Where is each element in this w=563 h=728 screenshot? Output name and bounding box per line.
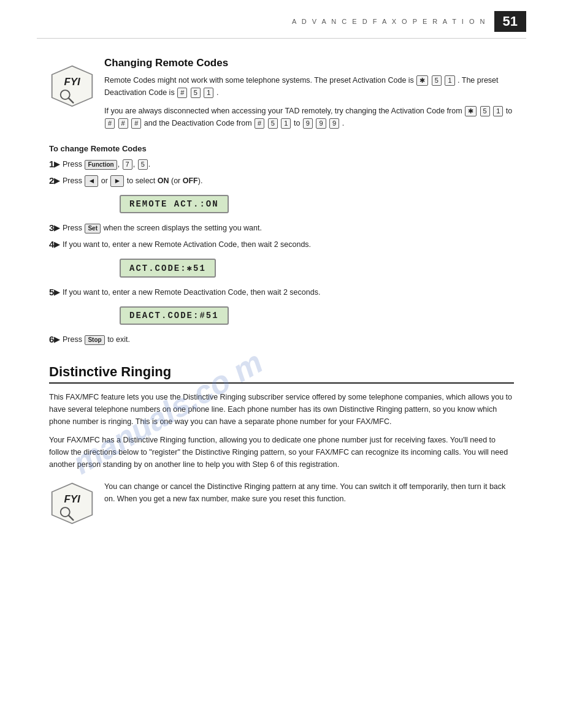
key-9b: 9 bbox=[316, 118, 326, 129]
steps-subtitle: To change Remote Codes bbox=[49, 144, 514, 153]
key-stop: Stop bbox=[85, 335, 104, 345]
header-title: A D V A N C E D F A X O P E R A T I O N bbox=[292, 18, 487, 25]
key-function: Function bbox=[85, 160, 117, 170]
section2-para1: This FAX/MFC feature lets you use the Di… bbox=[49, 391, 514, 428]
lcd-display-1: REMOTE ACT.:ON bbox=[83, 191, 514, 217]
key-5d: 5 bbox=[268, 118, 278, 129]
key-5a: 5 bbox=[432, 75, 442, 86]
section2-fyi-block: FYI You can change or cancel the Distinc… bbox=[49, 480, 514, 528]
key-hash2: # bbox=[118, 118, 128, 129]
key-1a: 1 bbox=[445, 75, 454, 86]
section2-para2: Your FAX/MFC has a Distinctive Ringing f… bbox=[49, 434, 514, 471]
key-9c: 9 bbox=[329, 118, 339, 129]
section2-title: Distinctive Ringing bbox=[49, 364, 514, 380]
section2-divider bbox=[49, 382, 514, 384]
section1-wrapper: FYI Changing Remote Codes Remote Codes m… bbox=[49, 57, 514, 135]
section1-para1: Remote Codes might not work with some te… bbox=[104, 74, 514, 99]
section1-text: Changing Remote Codes Remote Codes might… bbox=[104, 57, 514, 135]
fyi-icon-2: FYI bbox=[49, 480, 104, 528]
section2-para3: You can change or cancel the Distinctive… bbox=[104, 480, 514, 505]
page-header: A D V A N C E D F A X O P E R A T I O N … bbox=[37, 0, 526, 39]
section2-distinctive-ringing: Distinctive Ringing This FAX/MFC feature… bbox=[49, 364, 514, 528]
section1-title: Changing Remote Codes bbox=[104, 57, 514, 69]
main-content: manuals.co m FYI Changing Remote Codes R… bbox=[0, 39, 563, 553]
step-6: 6▶ Press Stop to exit. bbox=[49, 333, 514, 346]
step-4: 4▶ If you want to, enter a new Remote Ac… bbox=[49, 238, 514, 251]
key-hash4: # bbox=[255, 118, 264, 129]
svg-text:FYI: FYI bbox=[64, 76, 80, 88]
key-hash1: # bbox=[105, 118, 115, 129]
lcd-display-3: DEACT.CODE:#51 bbox=[83, 303, 514, 328]
key-1d: 1 bbox=[281, 118, 291, 129]
page-number: 51 bbox=[494, 11, 526, 32]
svg-text:FYI: FYI bbox=[64, 493, 80, 505]
step-5: 5▶ If you want to, enter a new Remote De… bbox=[49, 286, 514, 298]
key-hash: # bbox=[177, 88, 187, 98]
key-1c: 1 bbox=[493, 106, 503, 116]
key-set: Set bbox=[85, 224, 101, 233]
section2-para3-col: You can change or cancel the Distinctive… bbox=[104, 480, 514, 511]
key-hash3: # bbox=[131, 118, 141, 129]
key-5b: 5 bbox=[191, 88, 201, 98]
key-right-arrow: ► bbox=[110, 175, 124, 187]
fyi-icon-1: FYI bbox=[49, 63, 104, 111]
step-3: 3▶ Press Set when the screen displays th… bbox=[49, 222, 514, 234]
steps-container: To change Remote Codes 1▶ Press Function… bbox=[49, 144, 514, 346]
key-5: 5 bbox=[138, 159, 148, 170]
key-1b: 1 bbox=[204, 88, 213, 98]
key-star: ✱ bbox=[416, 75, 428, 86]
key-7: 7 bbox=[123, 159, 132, 170]
section1-para2: If you are always disconnected when acce… bbox=[104, 105, 514, 129]
lcd-display-2: ACT.CODE:✱51 bbox=[83, 255, 514, 281]
key-left-arrow: ◄ bbox=[85, 175, 98, 187]
step-2: 2▶ Press ◄ or ► to select ON (or OFF). bbox=[49, 175, 514, 187]
step-1: 1▶ Press Function, 7, 5. bbox=[49, 158, 514, 170]
key-star2: ✱ bbox=[465, 106, 477, 116]
key-5c: 5 bbox=[480, 106, 490, 116]
key-9a: 9 bbox=[303, 118, 313, 129]
